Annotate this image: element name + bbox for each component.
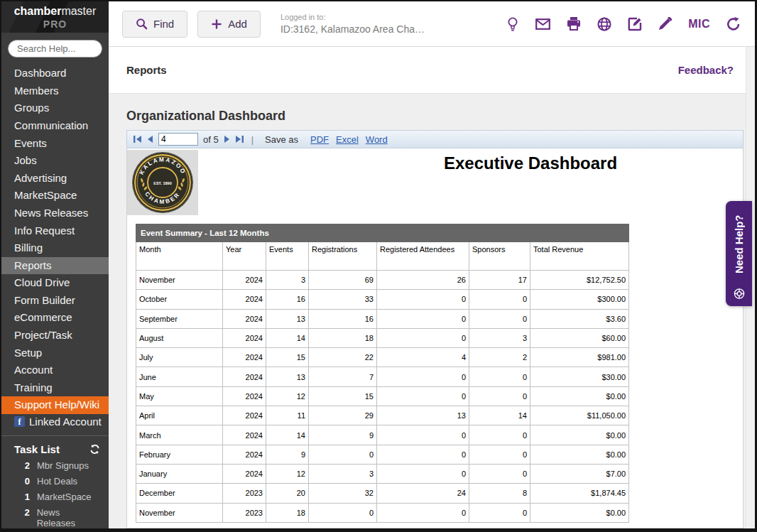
add-button[interactable]: Add — [197, 11, 261, 38]
page-count-label: of 5 — [203, 134, 219, 145]
lightbulb-icon[interactable] — [506, 16, 519, 32]
sidebar-item-training[interactable]: Training — [1, 379, 109, 397]
table-cell: 0 — [377, 309, 469, 328]
sidebar-item-project-task[interactable]: Project/Task — [1, 327, 109, 344]
last-page-button[interactable] — [235, 135, 244, 143]
sidebar-item-events[interactable]: Events — [1, 135, 109, 153]
page-title: Reports — [126, 64, 167, 76]
export-pdf-link[interactable]: PDF — [310, 134, 329, 145]
search-help-input[interactable] — [8, 40, 102, 58]
printer-icon[interactable] — [567, 17, 581, 31]
table-banner: Event Summary - Last 12 Months — [136, 224, 629, 242]
table-cell: 13 — [266, 309, 309, 328]
sidebar-item-setup[interactable]: Setup — [1, 344, 109, 362]
page-number-input[interactable] — [158, 133, 198, 146]
sidebar-item-marketspace[interactable]: MarketSpace — [1, 187, 109, 205]
task-list-item[interactable]: 0Hot Deals — [14, 476, 100, 487]
export-word-link[interactable]: Word — [366, 134, 388, 145]
table-cell: 14 — [469, 406, 530, 425]
table-cell: September — [136, 309, 223, 328]
table-cell: 0 — [377, 386, 469, 406]
sidebar-item-news-releases[interactable]: News Releases — [1, 205, 109, 222]
column-header: Year — [223, 242, 266, 271]
sidebar-item-groups[interactable]: Groups — [1, 99, 109, 117]
table-cell: 2024 — [223, 290, 266, 309]
sidebar-item-support-help-wiki[interactable]: Support Help/Wiki — [1, 396, 109, 414]
table-cell: $300.00 — [530, 290, 629, 309]
sidebar-item-dashboard[interactable]: Dashboard — [1, 65, 109, 82]
app-window: chambermaster PRO DashboardMembersGroups… — [0, 0, 757, 532]
table-cell: 14 — [266, 425, 309, 445]
plus-icon — [211, 18, 222, 30]
table-cell: October — [136, 290, 223, 309]
next-page-button[interactable] — [224, 135, 230, 143]
find-button[interactable]: Find — [122, 11, 187, 38]
refresh-icon[interactable] — [89, 444, 100, 455]
refresh-icon[interactable] — [726, 17, 741, 31]
pencil-icon[interactable] — [658, 17, 672, 31]
sidebar-item-linked-account[interactable]: f Linked Account — [1, 414, 109, 428]
table-cell: December — [136, 484, 223, 503]
sidebar-item-members[interactable]: Members — [1, 82, 109, 100]
table-row: April202411291314$11,050.00 — [136, 406, 629, 425]
table-cell: $3.60 — [530, 309, 629, 328]
sidebar-item-form-builder[interactable]: Form Builder — [1, 292, 109, 310]
table-cell: $981.00 — [530, 348, 629, 367]
table-cell: 17 — [469, 271, 530, 290]
mic-link[interactable]: MIC — [688, 18, 710, 31]
task-label: News Releases — [37, 507, 100, 528]
table-row: September2024131600$3.60 — [136, 309, 629, 328]
table-cell: 18 — [309, 328, 377, 347]
export-excel-link[interactable]: Excel — [336, 134, 359, 145]
table-row: December20232032248$1,874.45 — [136, 484, 629, 503]
task-list-item[interactable]: 2News Releases — [14, 507, 100, 528]
column-header: Registrations — [309, 242, 377, 271]
previous-page-button[interactable] — [147, 135, 153, 143]
table-cell: 15 — [309, 386, 377, 406]
edit-square-icon[interactable] — [628, 17, 642, 31]
envelope-icon[interactable] — [535, 18, 550, 30]
sidebar-item-communication[interactable]: Communication — [1, 117, 109, 135]
save-as-label: Save as — [265, 134, 298, 145]
task-list-item[interactable]: 2Mbr Signups — [14, 460, 100, 471]
table-cell: 3 — [266, 271, 309, 290]
sidebar-item-reports[interactable]: Reports — [1, 257, 109, 275]
feedback-link[interactable]: Feedback? — [678, 64, 734, 76]
task-list: Task List 2Mbr Signups0Hot Deals1MarketS… — [1, 436, 109, 528]
sidebar-item-billing[interactable]: Billing — [1, 239, 109, 257]
sidebar-item-cloud-drive[interactable]: Cloud Drive — [1, 274, 109, 292]
table-cell: 0 — [469, 309, 530, 328]
task-count: 1 — [14, 492, 30, 502]
need-help-tab[interactable]: Need Help? — [726, 201, 752, 306]
globe-icon[interactable] — [597, 17, 611, 31]
column-header: Events — [266, 242, 309, 271]
table-cell: 9 — [266, 445, 309, 464]
sidebar-item-account[interactable]: Account — [1, 362, 109, 379]
table-cell: 29 — [309, 406, 377, 425]
sidebar-item-info-request[interactable]: Info Request — [1, 222, 109, 240]
table-cell: May — [136, 386, 223, 406]
table-cell: 0 — [377, 503, 469, 522]
table-cell: $11,050.00 — [530, 406, 629, 425]
table-cell: 12 — [266, 464, 309, 483]
sidebar-item-ecommerce[interactable]: eCommerce — [1, 309, 109, 327]
table-cell: 2 — [469, 348, 530, 367]
table-cell: 2024 — [223, 445, 266, 464]
first-page-button[interactable] — [133, 135, 142, 143]
find-label: Find — [153, 18, 174, 30]
add-label: Add — [228, 18, 247, 30]
page-header: Reports Feedback? — [109, 47, 755, 94]
table-cell: 8 — [469, 484, 530, 503]
table-cell: 24 — [377, 484, 469, 503]
table-cell: 0 — [469, 445, 530, 464]
sidebar-item-jobs[interactable]: Jobs — [1, 152, 109, 170]
table-cell: 12 — [266, 386, 309, 406]
logged-in-prefix: Logged in to: — [281, 12, 425, 22]
table-cell: 3 — [309, 464, 377, 483]
table-cell: 0 — [377, 425, 469, 445]
top-toolbar: Find Add Logged in to: ID:3162, Kalamazo… — [109, 1, 755, 47]
sidebar-item-advertising[interactable]: Advertising — [1, 170, 109, 188]
task-list-item[interactable]: 1MarketSpace — [14, 492, 100, 502]
linked-account-label: Linked Account — [29, 416, 102, 428]
task-count: 2 — [14, 507, 30, 528]
